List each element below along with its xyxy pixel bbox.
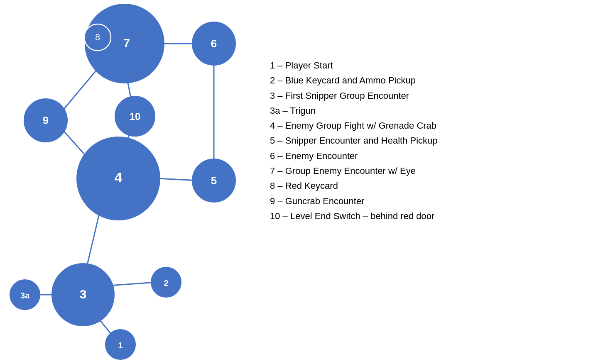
legend-item-9: 9 – Guncrab Encounter: [270, 194, 586, 209]
legend-item-5: 5 – Snipper Encounter and Health Pickup: [270, 133, 586, 148]
legend-item-8: 8 – Red Keycard: [270, 178, 586, 193]
node-3a-label: 3a: [20, 291, 30, 300]
node-8-label: 8: [95, 32, 100, 42]
legend-item-1: 1 – Player Start: [270, 58, 586, 73]
legend-item-10: 10 – Level End Switch – behind red door: [270, 209, 586, 224]
legend-item-6: 6 – Enemy Encounter: [270, 149, 586, 164]
legend-item-2: 2 – Blue Keycard and Ammo Pickup: [270, 73, 586, 88]
node-9-label: 9: [43, 114, 49, 127]
node-10-label: 10: [130, 111, 141, 122]
legend-item-7: 7 – Group Enemy Encounter w/ Eye: [270, 164, 586, 178]
node-3-label: 3: [80, 287, 87, 301]
legend-item-3: 3 – First Snipper Group Encounter: [270, 88, 586, 103]
node-4-label: 4: [115, 169, 123, 185]
legend-item-4: 4 – Enemy Group Fight w/ Grenade Crab: [270, 118, 586, 133]
node-6-label: 6: [211, 37, 217, 50]
node-2-label: 2: [164, 278, 168, 288]
node-1-label: 1: [118, 341, 123, 350]
legend-area: 1 – Player Start 2 – Blue Keycard and Am…: [270, 58, 586, 224]
node-5-label: 5: [211, 174, 217, 187]
node-7-label: 7: [123, 37, 130, 49]
legend-item-3a: 3a – Trigun: [270, 103, 586, 118]
diagram-area: 8 7 6 9 10 4 5 3 3a 2 1: [0, 0, 270, 364]
